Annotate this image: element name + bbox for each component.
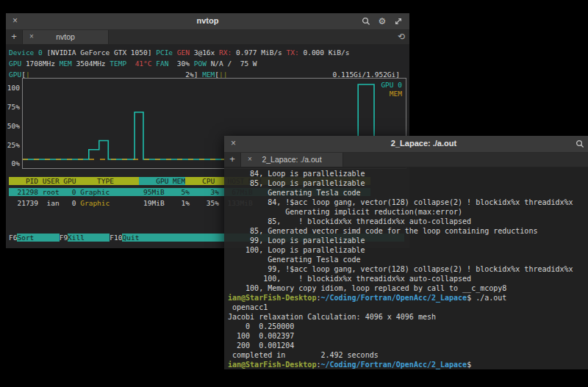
terminal-line: Generating implicit reduction(max:error)	[228, 207, 588, 217]
terminal-line: 100, Loop is parallelizable	[228, 245, 588, 255]
terminal-line: 100, ! blockidx%x threadidx%x auto-colla…	[228, 274, 588, 283]
tab-nvtop[interactable]: × nvtop	[22, 30, 109, 44]
tab-label: nvtop	[23, 32, 108, 41]
terminal-line: 84, Loop is parallelizable	[228, 169, 588, 178]
lapace-tabbar: + × 2_Lapace: ./a.out ⟲	[224, 153, 588, 167]
expand-icon[interactable]	[393, 16, 404, 26]
history-icon[interactable]: ⟲	[398, 32, 405, 42]
terminal-line: Generating Tesla code	[228, 188, 588, 198]
window-title: nvtop	[6, 16, 409, 25]
nvtop-titlebar[interactable]: × nvtop ⚙	[6, 13, 409, 30]
legend-gpu0: GPU 0	[381, 81, 402, 90]
terminal-line: 85, ! blockidx%x threadidx%x auto-collap…	[228, 217, 588, 226]
device-info-line: Device 0 [NVIDIA GeForce GTX 1050] PCIe …	[9, 47, 409, 58]
y-tick: 25%	[6, 141, 20, 150]
search-icon[interactable]	[361, 16, 371, 26]
terminal-line: 99, !$acc loop gang, vector(128) collaps…	[228, 264, 588, 274]
legend-mem: MEM	[381, 90, 402, 98]
lapace-window: × 2_Lapace: ./a.out ⚙ + × 2_Lapace: ./a.…	[224, 136, 588, 369]
terminal-line: 200 0.001204	[228, 341, 588, 350]
gear-icon[interactable]: ⚙	[377, 16, 387, 26]
terminal-line: 85, Generated vector simd code for the l…	[228, 226, 588, 236]
window-title: 2_Lapace: ./a.out	[224, 139, 588, 148]
tab-lapace[interactable]: × 2_Lapace: ./a.out	[240, 153, 343, 167]
terminal-line: openacc1	[228, 303, 588, 312]
new-tab-button[interactable]: +	[6, 30, 23, 44]
terminal-line: completed in 2.492 seconds	[228, 350, 588, 360]
search-icon[interactable]	[575, 139, 585, 149]
y-tick: 100	[6, 84, 20, 93]
terminal-line: Generating Tesla code	[228, 255, 588, 264]
terminal-line: 85, Loop is parallelizable	[228, 178, 588, 188]
terminal-line: 100 0.002397	[228, 331, 588, 341]
y-tick: 75%	[6, 103, 20, 112]
y-tick: 50%	[6, 122, 20, 131]
y-tick: 0%	[6, 159, 20, 168]
lapace-titlebar[interactable]: × 2_Lapace: ./a.out ⚙	[224, 136, 588, 153]
terminal-line: 0 0.250000	[228, 322, 588, 331]
desktop: × nvtop ⚙ + × nvtop ⟲ Device 0 [NVIDIA G…	[0, 0, 588, 387]
terminal-line: 84, !$acc loop gang, vector(128) collaps…	[228, 198, 588, 207]
terminal-line: 100, Memory copy idiom, loop replaced by…	[228, 283, 588, 293]
new-tab-button[interactable]: +	[224, 153, 241, 167]
lapace-terminal[interactable]: 84, Loop is parallelizable 85, Loop is p…	[224, 167, 588, 369]
terminal-line: 99, Loop is parallelizable	[228, 236, 588, 245]
shell-prompt-line: ian@StarFish-Desktop:~/Coding/Fortran/Op…	[228, 293, 588, 303]
tab-label: 2_Lapace: ./a.out	[241, 155, 343, 164]
terminal-line: Jacobi relaxation Calculation: 4096 x 40…	[228, 312, 588, 322]
shell-prompt-line: ian@StarFish-Desktop:~/Coding/Fortran/Op…	[228, 360, 588, 369]
nvtop-tabbar: + × nvtop ⟲	[6, 30, 409, 45]
clock-temp-line: GPU 1708MHz MEM 3504MHz TEMP 41°C FAN 30…	[9, 58, 409, 69]
chart-legend: GPU 0 MEM	[381, 81, 402, 98]
